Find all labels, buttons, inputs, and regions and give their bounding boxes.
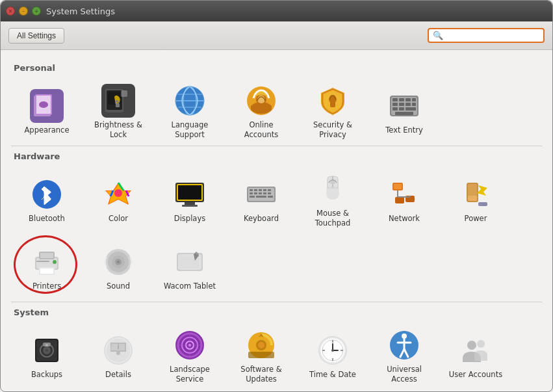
minimize-button[interactable]: – — [19, 7, 28, 16]
settings-item-mouse-touchpad[interactable]: Mouse &Touchpad — [297, 166, 368, 231]
backups-icon — [30, 333, 64, 367]
software-updates-label: Software &Updates — [240, 365, 281, 384]
svg-rect-44 — [182, 205, 198, 207]
language-support-label: LanguageSupport — [172, 120, 209, 140]
color-icon — [101, 177, 135, 211]
settings-item-security-privacy[interactable]: Security &Privacy — [297, 78, 368, 143]
svg-rect-108 — [248, 352, 274, 358]
svg-rect-71 — [468, 196, 477, 201]
svg-rect-33 — [399, 107, 404, 111]
settings-item-details[interactable]: i Details — [83, 322, 154, 387]
landscape-service-label: LandscapeService — [170, 365, 210, 384]
universal-access-label: UniversalAccess — [387, 365, 422, 384]
settings-item-power[interactable]: Power — [440, 166, 511, 231]
personal-grid: Appearance Brightness &Loc — [11, 78, 542, 143]
svg-point-119 — [331, 349, 334, 352]
svg-point-126 — [467, 341, 476, 350]
divider-hardware — [11, 146, 542, 146]
svg-rect-95 — [45, 344, 48, 346]
svg-rect-80 — [36, 261, 49, 262]
settings-item-printers[interactable]: Printers — [11, 234, 83, 299]
svg-rect-26 — [405, 98, 411, 101]
svg-point-4 — [39, 101, 48, 108]
svg-rect-53 — [254, 192, 257, 194]
settings-item-keyboard[interactable]: Keyboard — [225, 166, 297, 231]
bluetooth-label: Bluetooth — [29, 214, 65, 224]
settings-item-wacom-tablet[interactable]: Wacom Tablet — [154, 234, 225, 299]
svg-point-79 — [53, 260, 57, 264]
settings-item-universal-access[interactable]: UniversalAccess — [368, 322, 440, 387]
svg-rect-29 — [399, 103, 404, 106]
close-button[interactable]: × — [6, 7, 15, 16]
mouse-touchpad-icon — [316, 172, 350, 206]
svg-point-107 — [258, 342, 264, 348]
svg-point-99 — [116, 351, 120, 355]
svg-rect-21 — [330, 101, 335, 107]
svg-rect-59 — [268, 196, 273, 198]
all-settings-button[interactable]: All Settings — [8, 28, 64, 44]
settings-item-backups[interactable]: Backups — [11, 322, 83, 387]
svg-rect-27 — [412, 98, 416, 101]
security-privacy-icon — [316, 84, 350, 118]
settings-item-text-entry[interactable]: Text Entry — [368, 78, 440, 143]
svg-point-85 — [117, 261, 120, 263]
hardware-grid-2: Printers Sound — [11, 234, 542, 299]
universal-access-icon — [387, 328, 421, 362]
color-label: Color — [109, 214, 128, 224]
keyboard-icon — [244, 177, 278, 211]
system-grid: Backups i Details — [11, 322, 542, 387]
user-accounts-icon — [459, 333, 493, 367]
settings-item-landscape-service[interactable]: LandscapeService — [154, 322, 225, 387]
printers-label: Printers — [32, 281, 61, 291]
online-accounts-label: OnlineAccounts — [244, 120, 278, 140]
svg-rect-78 — [40, 268, 53, 274]
section-system-label: System — [14, 307, 542, 317]
details-icon: i — [101, 333, 135, 367]
text-entry-icon — [387, 89, 421, 123]
toolbar: All Settings 🔍 — [1, 21, 552, 50]
network-icon — [387, 177, 421, 211]
wacom-tablet-label: Wacom Tablet — [164, 281, 216, 291]
settings-item-brightness-lock[interactable]: Brightness &Lock — [83, 78, 154, 143]
settings-item-online-accounts[interactable]: OnlineAccounts — [225, 78, 297, 143]
settings-item-time-date[interactable]: Time & Date — [297, 322, 368, 387]
power-label: Power — [465, 214, 487, 224]
text-entry-label: Text Entry — [385, 125, 423, 135]
svg-point-94 — [45, 349, 48, 352]
settings-item-language-support[interactable]: LanguageSupport — [154, 78, 225, 143]
time-date-icon — [316, 333, 350, 367]
keyboard-label: Keyboard — [244, 214, 279, 224]
mouse-touchpad-label: Mouse &Touchpad — [315, 209, 351, 228]
svg-rect-42 — [178, 185, 201, 200]
window-controls: × – + — [6, 7, 41, 16]
appearance-icon — [30, 89, 64, 123]
search-input[interactable] — [446, 31, 539, 40]
settings-item-network[interactable]: Network — [368, 166, 440, 231]
svg-rect-61 — [330, 181, 335, 184]
brightness-lock-label: Brightness &Lock — [94, 120, 142, 140]
svg-rect-54 — [259, 192, 262, 194]
svg-rect-50 — [263, 189, 266, 191]
svg-rect-63 — [394, 184, 402, 189]
svg-rect-9 — [116, 103, 120, 107]
svg-rect-72 — [478, 202, 487, 206]
network-label: Network — [389, 214, 420, 224]
svg-rect-32 — [392, 107, 398, 111]
svg-rect-30 — [405, 103, 411, 106]
user-accounts-label: User Accounts — [449, 370, 502, 380]
settings-item-sound[interactable]: Sound — [83, 234, 154, 299]
settings-item-displays[interactable]: Displays — [154, 166, 225, 231]
svg-rect-34 — [405, 107, 416, 111]
sound-label: Sound — [107, 281, 130, 291]
settings-item-bluetooth[interactable]: Bluetooth — [11, 166, 83, 231]
svg-rect-58 — [256, 196, 266, 198]
svg-rect-56 — [268, 192, 271, 194]
maximize-button[interactable]: + — [32, 7, 41, 16]
settings-item-software-updates[interactable]: Software &Updates — [225, 322, 297, 387]
settings-item-color[interactable]: Color — [83, 166, 154, 231]
svg-rect-76 — [40, 253, 53, 258]
settings-item-user-accounts[interactable]: User Accounts — [440, 322, 511, 387]
details-label: Details — [105, 370, 131, 380]
svg-point-39 — [114, 189, 122, 197]
settings-item-appearance[interactable]: Appearance — [11, 78, 83, 143]
